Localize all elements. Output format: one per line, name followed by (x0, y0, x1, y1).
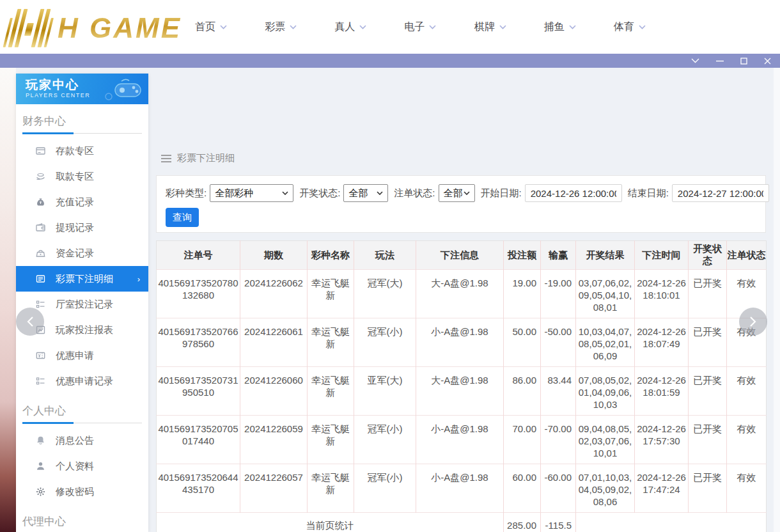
carousel-right-button[interactable] (739, 308, 767, 336)
cell-bet-info: 大-A盘@1.98 (416, 367, 504, 416)
cell-winloss: 83.44 (541, 367, 576, 416)
sidebar: 玩家中心 PLAYERS CENTER 财务中心 存款专区 (16, 74, 148, 532)
cell-period: 20241226062 (240, 270, 308, 318)
lottery-type-select[interactable]: 全部彩种 (210, 184, 293, 202)
cell-bet-amount: 86.00 (504, 367, 541, 416)
cell-bet-info: 大-A盘@1.98 (416, 270, 504, 318)
sidebar-item-label: 优惠申请 (56, 350, 94, 362)
cell-order-status: 有效 (727, 367, 767, 416)
hamburger-icon[interactable] (161, 155, 171, 162)
lottery-type-label: 彩种类型: (166, 187, 207, 199)
chevron-down-icon (639, 25, 646, 29)
sidebar-item-label: 取款专区 (56, 171, 94, 183)
table-row: 401569173520766978560 20241226061 幸运飞艇新 … (157, 318, 767, 367)
withdrawal-record-icon (35, 223, 46, 233)
cell-draw-status: 已开奖 (689, 318, 727, 367)
cell-bet-amount: 60.00 (504, 464, 541, 513)
nav-item-board-games[interactable]: 棋牌 (474, 20, 506, 34)
scrollbar-track[interactable] (774, 68, 780, 532)
window-title-bar (0, 54, 780, 68)
cell-winloss: -70.00 (541, 416, 576, 464)
sidebar-item-label: 厅室投注记录 (56, 299, 113, 311)
nav-item-live[interactable]: 真人 (334, 20, 366, 34)
bets-table-wrap: 注单号 期数 彩种名称 玩法 下注信息 投注额 输赢 开奖结果 下注时间 开奖状… (156, 240, 766, 532)
nav-item-fishing[interactable]: 捕鱼 (544, 20, 576, 34)
sidebar-item-deposit[interactable]: 存款专区 (16, 138, 148, 164)
deposit-icon (35, 146, 46, 156)
cell-order-no: 401569173520705017440 (157, 416, 240, 464)
sidebar-item-withdraw[interactable]: 取款专区 (16, 164, 148, 189)
cell-lottery: 幸运飞艇新 (308, 464, 354, 513)
nav-label: 彩票 (265, 20, 285, 34)
sidebar-item-promo-apply[interactable]: 优惠申请 (16, 343, 148, 368)
cell-lottery: 幸运飞艇新 (308, 318, 354, 367)
cell-winloss: -19.00 (541, 270, 576, 318)
lottery-type-value: 全部彩种 (215, 187, 253, 199)
order-status-select[interactable]: 全部 (439, 184, 475, 202)
draw-status-select[interactable]: 全部 (343, 184, 388, 202)
col-header: 开奖结果 (576, 241, 635, 270)
nav-item-slots[interactable]: 电子 (404, 20, 436, 34)
sidebar-item-recharge-record[interactable]: 充值记录 (16, 189, 148, 215)
col-header: 彩种名称 (308, 241, 354, 270)
window-close-icon[interactable] (764, 58, 771, 65)
sidebar-item-label: 资金记录 (56, 247, 94, 260)
filter-panel: 彩种类型: 全部彩种 开奖状态: 全部 注单状态: (156, 175, 766, 233)
cell-bet-amount: 19.00 (504, 270, 541, 318)
carousel-left-button[interactable] (16, 308, 44, 336)
cell-order-no: 401569173520780132680 (157, 270, 240, 318)
background-image-strip (0, 68, 16, 532)
site-logo[interactable]: H GAME (8, 5, 182, 47)
message-icon (35, 435, 46, 446)
sidebar-item-lottery-bet-details[interactable]: 彩票下注明细 › (16, 266, 148, 292)
col-header: 下注信息 (416, 241, 504, 270)
window-maximize-icon[interactable] (740, 58, 747, 65)
sidebar-item-messages[interactable]: 消息公告 (16, 428, 148, 453)
sidebar-item-label: 充值记录 (56, 196, 94, 208)
nav-label: 体育 (614, 20, 634, 34)
promo-apply-icon (35, 350, 46, 361)
col-header: 开奖状态 (689, 241, 727, 270)
col-header: 投注额 (504, 241, 541, 270)
password-icon (35, 487, 46, 497)
summary-winloss-total: -115.56 (541, 513, 576, 532)
section-title-finance: 财务中心 (16, 104, 148, 132)
nav-item-lottery[interactable]: 彩票 (265, 20, 297, 34)
table-header-row: 注单号 期数 彩种名称 玩法 下注信息 投注额 输赢 开奖结果 下注时间 开奖状… (157, 241, 767, 270)
nav-label: 捕鱼 (544, 20, 565, 34)
cell-bet-amount: 50.00 (504, 318, 541, 367)
sidebar-item-label: 优惠申请记录 (56, 375, 113, 387)
chevron-down-icon (377, 191, 383, 195)
chevron-down-icon (359, 25, 366, 29)
sidebar-item-change-password[interactable]: 修改密码 (16, 479, 148, 505)
cell-winloss: -50.00 (541, 318, 576, 367)
cell-bet-info: 小-A盘@1.98 (416, 464, 504, 513)
chevron-right-icon (749, 316, 758, 327)
sidebar-item-promo-apply-record[interactable]: 优惠申请记录 (16, 368, 148, 394)
window-dropdown-icon[interactable] (691, 58, 699, 63)
section-title-personal: 个人中心 (16, 394, 148, 422)
site-header: H GAME 首页 彩票 真人 电子 棋牌 捕鱼 体育 (0, 0, 780, 54)
nav-item-home[interactable]: 首页 (195, 20, 227, 34)
cell-lottery: 幸运飞艇新 (308, 367, 354, 416)
window-minimize-icon[interactable] (716, 60, 724, 62)
cell-play: 冠军(小) (354, 416, 416, 464)
sidebar-item-withdrawal-record[interactable]: 提现记录 (16, 215, 148, 240)
sidebar-item-profile[interactable]: 个人资料 (16, 453, 148, 479)
logo-text: H GAME (58, 9, 182, 47)
sidebar-item-funds-record[interactable]: 资金记录 (16, 240, 148, 266)
cell-bet-info: 小-A盘@1.98 (416, 318, 504, 367)
lottery-bet-detail-icon (35, 274, 46, 284)
col-header: 下注时间 (635, 241, 689, 270)
end-date-input[interactable] (672, 184, 769, 202)
cell-play: 冠军(小) (354, 464, 416, 513)
main-content: 彩票下注明细 彩种类型: 全部彩种 开奖状态: 全部 注 (156, 136, 766, 532)
nav-item-sports[interactable]: 体育 (614, 20, 646, 34)
table-row: 401569173520705017440 20241226059 幸运飞艇新 … (157, 416, 767, 464)
table-row: 401569173520780132680 20241226062 幸运飞艇新 … (157, 270, 767, 318)
start-date-input[interactable] (525, 184, 622, 202)
cell-result: 07,08,05,02,01,04,09,06,10,03 (576, 367, 635, 416)
cell-order-no: 401569173520731950510 (157, 367, 240, 416)
cell-order-status: 有效 (727, 416, 767, 464)
query-button[interactable]: 查询 (166, 208, 199, 227)
